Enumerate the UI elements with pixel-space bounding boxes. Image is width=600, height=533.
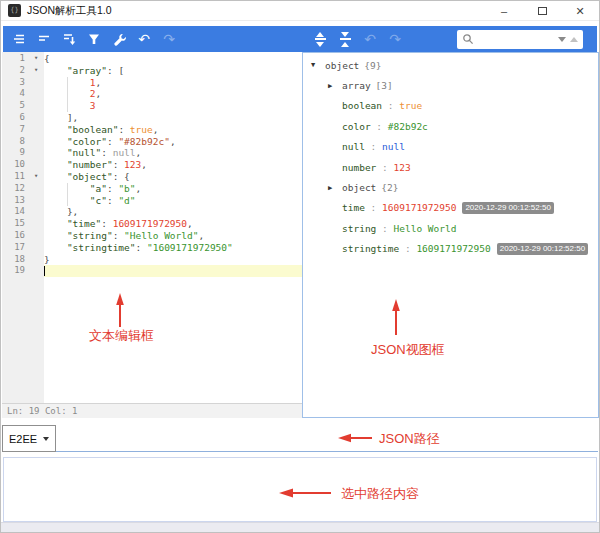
search-prev-icon[interactable] [570, 37, 578, 42]
tree-row[interactable]: stringtime : 16091719729502020-12-29 00:… [303, 239, 598, 259]
editor-line[interactable]: 19 [2, 265, 302, 277]
tree-toggle-icon[interactable]: ▼ [311, 61, 325, 69]
tree-redo-button[interactable]: ↷ [386, 30, 404, 48]
window-title: JSON解析工具1.0 [27, 4, 112, 18]
tree-row[interactable]: ▼object{9} [303, 55, 598, 75]
tree-row[interactable]: boolean : true [303, 96, 598, 116]
path-format-select[interactable]: E2EE [2, 425, 56, 452]
json-path-input[interactable] [56, 425, 598, 451]
maximize-icon [538, 7, 547, 15]
expand-all-button[interactable] [311, 30, 329, 48]
window-bottom-edge [1, 522, 599, 533]
editor-line[interactable]: 10 "number": 123, [2, 159, 302, 171]
redo-button[interactable]: ↷ [160, 30, 178, 48]
format-json-button[interactable] [10, 30, 28, 48]
arrow-up-tree-icon [389, 299, 403, 335]
sort-button[interactable] [60, 30, 78, 48]
editor-line[interactable]: 7 "boolean": true, [2, 124, 302, 136]
wrench-icon [112, 32, 126, 46]
tree-row[interactable]: number : 123 [303, 157, 598, 177]
editor-line[interactable]: 1▾{ [2, 53, 302, 65]
editor-line[interactable]: 4 2, [2, 88, 302, 100]
editor-line[interactable]: 9 "null": null, [2, 147, 302, 159]
editor-line[interactable]: 5 3 [2, 100, 302, 112]
search-next-icon[interactable] [558, 37, 566, 42]
path-format-value: E2EE [9, 433, 37, 445]
editor-line[interactable]: 8 "color": "#82b92c", [2, 136, 302, 148]
sort-icon [62, 32, 77, 46]
text-cursor [44, 266, 45, 276]
compact-json-button[interactable] [35, 30, 53, 48]
tree-redo-icon: ↷ [389, 32, 401, 46]
close-icon: ✕ [575, 5, 584, 18]
json-tree-view[interactable]: ▼object{9}▶array[3]boolean : truecolor :… [302, 52, 599, 418]
arrow-left-selection-icon [279, 487, 331, 499]
tree-row[interactable]: time : 16091719729502020-12-29 00:12:52:… [303, 198, 598, 218]
search-icon [462, 33, 474, 45]
maximize-button[interactable] [531, 2, 553, 20]
tree-row[interactable]: ▶object{2} [303, 177, 598, 197]
editor-line[interactable]: 13 "c": "d" [2, 195, 302, 207]
editor-status-bar: Ln: 19 Col: 1 [2, 403, 302, 418]
editor-line[interactable]: 12 "a": "b", [2, 183, 302, 195]
editor-line[interactable]: 14 }, [2, 206, 302, 218]
annotation-editor-label: 文本编辑框 [89, 327, 154, 345]
compact-json-icon [37, 32, 51, 46]
editor-line[interactable]: 3 1, [2, 77, 302, 89]
expand-all-icon [315, 32, 326, 47]
arrow-left-path-icon [338, 432, 372, 444]
editor-rows[interactable]: 1▾{2▾ "array": [3 1,4 2,5 36 ],7 "boolea… [2, 53, 302, 277]
tree-toggle-icon[interactable]: ▶ [328, 82, 342, 90]
repair-button[interactable] [110, 30, 128, 48]
app-logo-icon: {} [8, 4, 21, 17]
tree-row[interactable]: ▶array[3] [303, 75, 598, 95]
toolbar: ↶ ↷ ↶ ↷ [3, 26, 597, 52]
editor-line[interactable]: 15 "time": 1609171972950, [2, 218, 302, 230]
tree-toggle-icon[interactable]: ▶ [328, 184, 342, 192]
editor-line[interactable]: 11▾ "object": { [2, 171, 302, 183]
tree-row[interactable]: string : Hello World [303, 218, 598, 238]
timestamp-badge: 2020-12-29 00:12:52:50 [497, 243, 588, 255]
collapse-all-button[interactable] [336, 30, 354, 48]
minimize-button[interactable]: – [493, 2, 515, 20]
undo-icon: ↶ [138, 32, 150, 46]
tree-row[interactable]: null : null [303, 137, 598, 157]
editor-line[interactable]: 18} [2, 254, 302, 266]
annotation-path-label: JSON路径 [379, 430, 440, 448]
tree-undo-button[interactable]: ↶ [361, 30, 379, 48]
minimize-icon: – [501, 5, 507, 17]
app-window: {} JSON解析工具1.0 – ✕ ↶ ↷ [0, 0, 600, 533]
title-bar: {} JSON解析工具1.0 – ✕ [1, 1, 599, 21]
editor-line[interactable]: 2▾ "array": [ [2, 65, 302, 77]
json-path-bar: E2EE [2, 425, 598, 452]
annotation-selection-label: 选中路径内容 [341, 485, 419, 503]
filter-icon [87, 32, 101, 46]
format-json-icon [12, 32, 26, 46]
redo-icon: ↷ [163, 32, 175, 46]
undo-button[interactable]: ↶ [135, 30, 153, 48]
search-box [457, 30, 583, 49]
editor-line[interactable]: 16 "string": "Hello World", [2, 230, 302, 242]
json-text-editor[interactable]: 1▾{2▾ "array": [3 1,4 2,5 36 ],7 "boolea… [2, 52, 302, 403]
editor-line[interactable]: 6 ], [2, 112, 302, 124]
annotation-tree-label: JSON视图框 [371, 341, 445, 359]
tree-undo-icon: ↶ [364, 32, 376, 46]
arrow-up-editor-icon [113, 293, 127, 327]
search-input[interactable] [474, 34, 554, 45]
tree-row[interactable]: color : #82b92c [303, 116, 598, 136]
close-button[interactable]: ✕ [569, 2, 591, 20]
timestamp-badge: 2020-12-29 00:12:52:50 [462, 202, 553, 214]
editor-line[interactable]: 17 "stringtime": "1609171972950" [2, 242, 302, 254]
chevron-down-icon [43, 437, 49, 441]
collapse-all-icon [340, 32, 351, 47]
filter-button[interactable] [85, 30, 103, 48]
